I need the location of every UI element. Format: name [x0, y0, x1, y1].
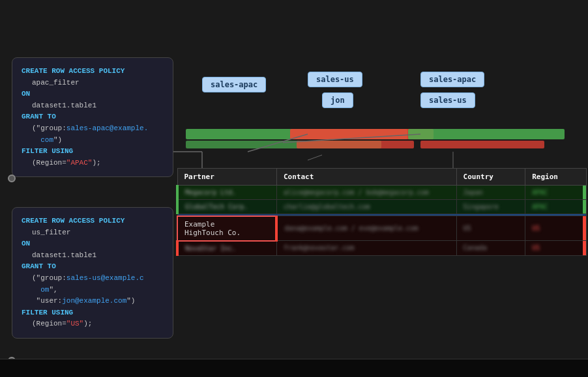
- grant-user-bottom: "user:jon@example.com"): [32, 296, 164, 307]
- code-panel-bottom: CREATE ROW ACCESS POLICY us_filter ON da…: [12, 207, 173, 339]
- keyword-on-bottom: ON: [22, 240, 30, 247]
- policy-name-bottom: us_filter: [32, 227, 164, 239]
- col-region: Region: [525, 169, 587, 186]
- keyword-create-top: CREATE ROW ACCESS POLICY: [22, 67, 125, 75]
- col-contact: Contact: [276, 169, 456, 186]
- policy-name-top: apac_filter: [32, 77, 164, 89]
- cell-country-4: Canada: [456, 241, 525, 256]
- table-row: Megacorp Ltd. alice@megacorp.com / bob@m…: [177, 186, 587, 200]
- tag-sales-apac-right: sales-apac: [420, 72, 484, 87]
- cell-contact-2: charlie@globaltech.com: [276, 200, 456, 214]
- bar-red-2: [297, 141, 414, 148]
- svg-line-4: [308, 155, 322, 160]
- tag-sales-us-right: sales-us: [420, 92, 475, 108]
- table-header-row: Partner Contact Country Region: [177, 169, 587, 186]
- cell-region-2: APAC: [525, 200, 587, 214]
- keyword-grant-bottom: GRANT TO: [22, 262, 56, 270]
- cell-country-1: Japan: [456, 186, 525, 200]
- keyword-on-top: ON: [22, 90, 30, 98]
- cell-contact-3: dana@example.com / eve@example.com: [276, 216, 456, 241]
- table-ref-top: dataset1.table1: [32, 100, 164, 112]
- bar-red-right-2: [420, 141, 544, 148]
- cell-partner-4: NovaStar Inc.: [177, 241, 276, 256]
- keyword-filter-top: FILTER USING: [22, 147, 73, 155]
- keyword-grant-top: GRANT TO: [22, 113, 56, 120]
- tag-sales-apac-left: sales-apac: [202, 77, 266, 92]
- table-row: ExampleHighTouch Co. dana@example.com / …: [177, 216, 587, 241]
- keyword-filter-bottom: FILTER USING: [22, 309, 73, 316]
- tag-jon-middle: jon: [322, 92, 353, 108]
- cell-partner-2: GlobalTech Corp.: [177, 200, 276, 214]
- cell-region-4: US: [525, 241, 587, 256]
- cell-contact-4: frank@novastar.com: [276, 241, 456, 256]
- cell-partner-1: Megacorp Ltd.: [177, 186, 276, 200]
- col-partner: Partner: [177, 169, 276, 186]
- bar-green-right-1: [408, 129, 565, 139]
- main-container: CREATE ROW ACCESS POLICY apac_filter ON …: [0, 0, 588, 377]
- keyword-create-bottom: CREATE ROW ACCESS POLICY: [22, 217, 125, 225]
- table-row: NovaStar Inc. frank@novastar.com Canada …: [177, 241, 587, 256]
- filter-expr-bottom: (Region="US");: [32, 318, 164, 330]
- data-table: Partner Contact Country Region Megacorp …: [176, 168, 587, 256]
- filter-expr-top: (Region="APAC");: [32, 158, 164, 169]
- col-country: Country: [456, 169, 525, 186]
- cell-contact-1: alice@megacorp.com / bob@megacorp.com: [276, 186, 456, 200]
- grant-line-bottom: ("group:sales-us@example.c om",: [32, 273, 164, 296]
- table-row: GlobalTech Corp. charlie@globaltech.com …: [177, 200, 587, 214]
- cell-region-1: APAC: [525, 186, 587, 200]
- cell-country-2: Singapore: [456, 200, 525, 214]
- bottom-bar: [0, 359, 588, 377]
- cell-region-3: US: [525, 216, 587, 241]
- tag-sales-us-middle: sales-us: [308, 72, 362, 87]
- connector-dot-top: [8, 175, 16, 182]
- table-ref-bottom: dataset1.table1: [32, 250, 164, 262]
- cell-partner-3: ExampleHighTouch Co.: [177, 216, 276, 241]
- cell-country-3: US: [456, 216, 525, 241]
- grant-line-top: ("group:sales-apac@example. com"): [32, 123, 164, 146]
- code-panel-top: CREATE ROW ACCESS POLICY apac_filter ON …: [12, 57, 173, 177]
